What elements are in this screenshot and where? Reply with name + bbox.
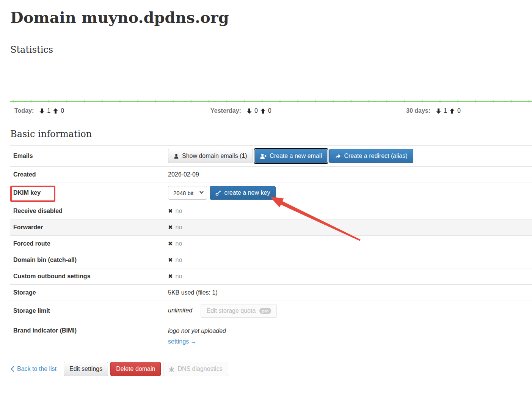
back-to-list-link[interactable]: Back to the list [10, 366, 56, 372]
delete-domain-button[interactable]: Delete domain [110, 362, 161, 376]
table-row-forwarder: Forwarder ✖no [10, 219, 532, 236]
storage-limit-value: unlimited [168, 307, 192, 314]
cross-icon: ✖ [168, 257, 173, 263]
table-row-created: Created 2026-02-09 [10, 167, 532, 183]
sparkline-point [528, 100, 530, 102]
storage-limit-label: Storage limit [10, 301, 165, 321]
sparkline-svg [10, 60, 532, 104]
receive-disabled-label: Receive disabled [10, 203, 165, 219]
sparkline-point [30, 100, 32, 102]
edit-storage-quota-button[interactable]: Edit storage quota pro [201, 304, 277, 318]
bimi-label: Brand indicator (BIMI) [10, 321, 165, 352]
cross-icon: ✖ [168, 273, 173, 279]
sparkline-point [101, 100, 103, 102]
create-redirect-label: Create a redirect (alias) [344, 153, 407, 159]
sparkline-point [510, 100, 512, 102]
arrow-down-icon [39, 108, 45, 114]
sparkline-point [172, 100, 174, 102]
sparkline-point [333, 100, 334, 102]
dns-diagnostics-button[interactable]: DNS diagnostics [163, 362, 228, 376]
forwarder-value: no [176, 224, 182, 230]
domain-bin-value: no [176, 257, 182, 263]
create-key-label: create a new key [224, 190, 270, 196]
forwarder-label: Forwarder [10, 219, 165, 236]
stat-30-days: 30 days: 1 0 [406, 107, 461, 114]
storage-label: Storage [10, 285, 165, 301]
traffic-sparkline-chart [10, 60, 532, 104]
statistics-heading: Statistics [10, 44, 532, 55]
arrow-up-icon [53, 108, 58, 114]
show-emails-text: Show domain emails ( [182, 153, 242, 159]
table-row-storage: Storage 5KB used (files: 1) [10, 285, 532, 301]
forced-route-label: Forced route [10, 236, 165, 252]
sparkline-point [386, 100, 388, 102]
table-row-forced-route: Forced route ✖no [10, 236, 532, 252]
edit-settings-label: Edit settings [69, 366, 102, 372]
sparkline-point [315, 100, 317, 102]
user-plus-icon [260, 153, 267, 159]
stat-yesterday-down: 0 [254, 107, 258, 114]
table-row-emails: Emails Show domain emails (1) Create a n… [10, 146, 532, 167]
stat-today-down: 1 [47, 107, 50, 114]
table-row-receive-disabled: Receive disabled ✖no [10, 203, 532, 219]
basic-information-table: Emails Show domain emails (1) Create a n… [10, 145, 532, 351]
sparkline-point [155, 100, 157, 102]
dkim-key-size-select[interactable]: 2048 bit [168, 186, 207, 200]
show-domain-emails-button[interactable]: Show domain emails (1) [168, 149, 253, 163]
receive-disabled-value: no [176, 208, 182, 214]
created-label: Created [10, 167, 165, 183]
bug-icon [169, 366, 174, 372]
statistics-summary-row: Today: 1 0 Yesterday: 0 0 30 days: 1 0 [10, 107, 532, 117]
footer-actions: Back to the list Edit settings Delete do… [10, 362, 532, 376]
stat-today-up: 0 [61, 107, 64, 114]
arrow-up-icon [449, 108, 455, 114]
arrow-up-icon [260, 108, 266, 114]
delete-domain-label: Delete domain [116, 366, 155, 372]
stat-30-days-down: 1 [444, 107, 447, 114]
back-to-list-label: Back to the list [17, 366, 56, 372]
bimi-status: logo not yet uploaded [168, 327, 529, 334]
sparkline-point [208, 100, 210, 102]
arrow-down-icon [436, 108, 441, 114]
create-new-email-button[interactable]: Create a new email [254, 149, 328, 163]
table-row-bimi: Brand indicator (BIMI) logo not yet uplo… [10, 321, 532, 352]
stat-30-days-up: 0 [457, 107, 461, 114]
cross-icon: ✖ [168, 240, 173, 247]
sparkline-point [421, 100, 423, 102]
table-row-storage-limit: Storage limit unlimited Edit storage quo… [10, 301, 532, 321]
chevron-left-icon [10, 366, 14, 372]
edit-settings-button[interactable]: Edit settings [64, 362, 108, 376]
page-title: Domain muyno.dpdns.org [10, 0, 532, 26]
sparkline-point [190, 100, 192, 102]
sparkline-point [457, 100, 459, 102]
create-email-label: Create a new email [270, 153, 322, 159]
basic-information-heading: Basic information [10, 129, 532, 139]
arrow-down-icon [246, 108, 252, 114]
domain-bin-label: Domain bin (catch-all) [10, 252, 165, 268]
custom-outbound-label: Custom outbound settings [10, 268, 165, 285]
created-value: 2026-02-09 [165, 167, 532, 183]
sparkline-point [350, 100, 352, 102]
sparkline-point [403, 100, 405, 102]
cross-icon: ✖ [168, 224, 173, 230]
sparkline-point [368, 100, 370, 102]
dns-diagnostics-label: DNS diagnostics [177, 366, 222, 372]
stat-30-days-label: 30 days: [406, 107, 430, 114]
stat-yesterday-up: 0 [268, 107, 271, 114]
sparkline-point [119, 100, 121, 102]
create-new-key-button[interactable]: create a new key [210, 186, 276, 200]
sparkline-point [48, 100, 50, 102]
sparkline-point [493, 100, 494, 102]
user-icon [174, 153, 179, 159]
table-row-custom-outbound: Custom outbound settings ✖no [10, 268, 532, 285]
edit-storage-quota-label: Edit storage quota [206, 308, 256, 314]
pro-badge: pro [259, 308, 271, 314]
create-redirect-button[interactable]: Create a redirect (alias) [329, 149, 413, 163]
sparkline-point [243, 100, 245, 102]
bimi-settings-link[interactable]: settings → [168, 338, 197, 345]
sparkline-point [66, 100, 67, 102]
emails-label: Emails [10, 146, 165, 167]
sparkline-point [439, 100, 441, 102]
storage-value: 5KB used (files: 1) [165, 285, 532, 301]
sparkline-point [226, 100, 228, 102]
